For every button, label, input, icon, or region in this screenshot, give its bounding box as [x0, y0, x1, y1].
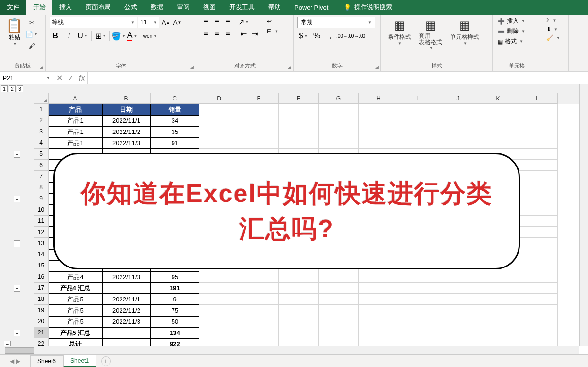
table-cell[interactable]: 50 — [151, 316, 199, 327]
row-header[interactable]: 12 — [34, 227, 49, 238]
comma-button[interactable]: , — [325, 30, 336, 42]
table-cell[interactable] — [102, 327, 151, 338]
row-header[interactable]: 4 — [34, 137, 49, 149]
col-header-j[interactable]: J — [438, 93, 478, 104]
empty-cell[interactable] — [199, 104, 239, 115]
table-cell[interactable]: 134 — [151, 327, 199, 338]
empty-cell[interactable] — [199, 271, 239, 283]
format-painter-button[interactable]: 🖌 — [27, 41, 36, 50]
empty-cell[interactable] — [438, 305, 478, 316]
decrease-font-button[interactable]: A▼ — [172, 17, 183, 28]
empty-cell[interactable] — [279, 137, 319, 149]
tab-layout[interactable]: 页面布局 — [79, 0, 118, 15]
tab-home[interactable]: 开始 — [26, 0, 52, 15]
row-header[interactable]: 11 — [34, 216, 49, 227]
col-header-k[interactable]: K — [478, 93, 518, 104]
empty-cell[interactable] — [438, 115, 478, 126]
table-cell[interactable]: 2022/11/1 — [102, 115, 151, 126]
empty-cell[interactable] — [239, 137, 279, 149]
tab-powerpivot[interactable]: Power Pivot — [288, 0, 335, 15]
empty-cell[interactable] — [359, 294, 398, 305]
table-header-cell[interactable]: 日期 — [102, 104, 151, 115]
empty-cell[interactable] — [359, 327, 398, 338]
empty-cell[interactable] — [199, 294, 239, 305]
table-cell[interactable]: 产品5 — [49, 316, 102, 327]
table-cell[interactable]: 2022/11/3 — [102, 271, 151, 283]
outline-collapse-button[interactable]: − — [14, 285, 20, 292]
copy-button[interactable]: 📄▼ — [27, 29, 36, 39]
empty-cell[interactable] — [438, 316, 478, 327]
empty-cell[interactable] — [319, 294, 359, 305]
empty-cell[interactable] — [359, 126, 398, 137]
border-button[interactable]: ⊞▼ — [95, 30, 106, 42]
empty-cell[interactable] — [239, 126, 279, 137]
col-header-h[interactable]: H — [359, 93, 398, 104]
empty-cell[interactable] — [398, 115, 438, 126]
align-top-button[interactable]: ≡ — [200, 17, 211, 27]
empty-cell[interactable] — [518, 238, 558, 249]
table-cell[interactable]: 2022/11/3 — [102, 137, 151, 149]
row-header[interactable]: 8 — [34, 182, 49, 193]
select-all-corner[interactable] — [34, 93, 49, 104]
empty-cell[interactable] — [398, 137, 438, 149]
empty-cell[interactable] — [478, 115, 518, 126]
empty-cell[interactable] — [398, 316, 438, 327]
empty-cell[interactable] — [518, 283, 558, 294]
row-header[interactable]: 1 — [34, 104, 49, 115]
empty-cell[interactable] — [518, 271, 558, 283]
table-cell[interactable]: 2022/11/2 — [102, 126, 151, 137]
row-header[interactable]: 19 — [34, 305, 49, 316]
decrease-decimal-button[interactable]: .0→.00 — [352, 30, 363, 42]
empty-cell[interactable] — [319, 327, 359, 338]
table-cell[interactable]: 2022/11/1 — [102, 294, 151, 305]
empty-cell[interactable] — [518, 126, 558, 137]
font-name-select[interactable]: 等线▼ — [50, 17, 137, 28]
empty-cell[interactable] — [478, 283, 518, 294]
empty-cell[interactable] — [239, 271, 279, 283]
empty-cell[interactable] — [239, 294, 279, 305]
col-header-a[interactable]: A — [49, 93, 102, 104]
sheet-nav-prev[interactable]: ◀ — [10, 358, 14, 365]
empty-cell[interactable] — [398, 283, 438, 294]
empty-cell[interactable] — [199, 137, 239, 149]
empty-cell[interactable] — [279, 338, 319, 346]
empty-cell[interactable] — [518, 104, 558, 115]
empty-cell[interactable] — [438, 126, 478, 137]
outline-level-1[interactable]: 1 — [1, 85, 8, 92]
empty-cell[interactable] — [319, 338, 359, 346]
empty-cell[interactable] — [319, 316, 359, 327]
empty-cell[interactable] — [518, 182, 558, 193]
empty-cell[interactable] — [518, 193, 558, 204]
table-cell[interactable] — [102, 338, 151, 346]
row-header[interactable]: 6 — [34, 160, 49, 171]
col-header-f[interactable]: F — [279, 93, 319, 104]
empty-cell[interactable] — [319, 271, 359, 283]
insert-cells-button[interactable]: ➕插入▼ — [497, 17, 537, 26]
empty-cell[interactable] — [279, 271, 319, 283]
empty-cell[interactable] — [239, 115, 279, 126]
row-header[interactable]: 14 — [34, 249, 49, 260]
empty-cell[interactable] — [359, 316, 398, 327]
orientation-button[interactable]: ↗▼ — [238, 17, 249, 27]
table-cell[interactable]: 922 — [151, 338, 199, 346]
tab-help[interactable]: 帮助 — [261, 0, 288, 15]
fx-button[interactable]: fx — [79, 74, 85, 83]
row-header[interactable]: 3 — [34, 126, 49, 137]
empty-cell[interactable] — [478, 271, 518, 283]
empty-cell[interactable] — [239, 104, 279, 115]
empty-cell[interactable] — [398, 338, 438, 346]
empty-cell[interactable] — [279, 294, 319, 305]
tab-data[interactable]: 数据 — [144, 0, 170, 15]
align-right-button[interactable]: ≡ — [223, 28, 233, 39]
empty-cell[interactable] — [398, 305, 438, 316]
confirm-formula-button[interactable]: ✓ — [68, 73, 74, 83]
bold-button[interactable]: B — [50, 30, 61, 42]
empty-cell[interactable] — [239, 305, 279, 316]
empty-cell[interactable] — [359, 271, 398, 283]
tell-me[interactable]: 💡 操作说明搜索 — [344, 0, 392, 15]
empty-cell[interactable] — [279, 115, 319, 126]
sheet-tab-0[interactable]: Sheet6 — [30, 355, 63, 367]
tab-file[interactable]: 文件 — [0, 0, 26, 15]
row-header[interactable]: 17 — [34, 283, 49, 294]
outline-level-3[interactable]: 3 — [17, 85, 23, 92]
